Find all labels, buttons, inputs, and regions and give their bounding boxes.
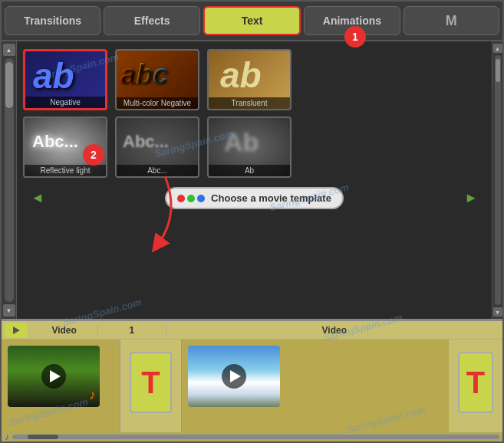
video-track-2 (182, 340, 449, 432)
scroll-right-thumb[interactable] (496, 59, 500, 82)
effect-negative[interactable]: Negative (23, 49, 107, 110)
timeline-header: Video 1 Video (2, 321, 502, 340)
play-overlay-1[interactable] (41, 364, 66, 389)
scroll-right-down-btn[interactable]: ▼ (493, 307, 502, 317)
arrow-left-icon: ◄ (31, 190, 44, 206)
effect-abc2-label: Abc... (117, 165, 198, 176)
effect-multicolor[interactable]: Multi-color Negative (115, 49, 199, 110)
effect-transluent[interactable]: Transluent (207, 49, 292, 110)
scroll-down-btn[interactable]: ▼ (3, 304, 15, 317)
effect-transluent-label: Transluent (209, 97, 290, 109)
effect-multicolor-label: Multi-color Negative (117, 97, 198, 109)
content-area: ▲ ▼ Negative Multi-color Negative Tran (2, 41, 502, 319)
tab-effects[interactable]: Effects (104, 6, 199, 35)
text-track: T (120, 340, 182, 432)
timeline-play-btn[interactable] (5, 323, 28, 338)
timeline-scroll-thumb[interactable] (28, 435, 58, 439)
timeline-scroll-icon: ♪ (5, 432, 9, 442)
effects-grid: Negative Multi-color Negative Transluent… (17, 41, 492, 319)
effect-ab-blur[interactable]: Ab (207, 116, 292, 178)
scroll-track-left (5, 58, 14, 302)
main-container: Transitions Effects Text Animations M 1 … (0, 0, 504, 443)
play-overlay-2[interactable] (222, 364, 246, 389)
effects-row-1: Negative Multi-color Negative Transluent (23, 49, 486, 110)
play-icon-1 (50, 370, 61, 382)
scroll-right-track (495, 55, 501, 305)
effect-abc2[interactable]: Abc... (115, 116, 199, 178)
video1-number: 1 (98, 325, 166, 336)
tab-transitions[interactable]: Transitions (5, 6, 100, 35)
effect-reflective-label: Reflective light (25, 165, 106, 176)
timeline-area: Video 1 Video ♪ T (2, 319, 502, 441)
timeline-scroll-track (12, 435, 499, 439)
template-btn-label: Choose a movie template (211, 192, 331, 204)
tab-text[interactable]: Text (203, 6, 301, 35)
scroll-right: ▲ ▼ (492, 41, 502, 319)
scroll-right-up-btn[interactable]: ▲ (493, 44, 502, 53)
t-icon[interactable]: T (130, 352, 172, 413)
play-icon-2 (230, 370, 241, 382)
template-row: ◄ Choose a movie template ► (23, 184, 486, 212)
video-thumb-1[interactable]: ♪ (8, 346, 100, 407)
tab-more[interactable]: M (404, 6, 499, 35)
timeline-play-icon (13, 327, 20, 334)
video-track-1: ♪ (2, 340, 120, 432)
timeline-scrollbar: ♪ (2, 432, 502, 441)
badge-1: 1 (344, 26, 366, 48)
grid-outer: Negative Multi-color Negative Transluent… (17, 41, 492, 319)
video2-label: Video (301, 325, 368, 336)
dot-red (177, 195, 185, 202)
t-icon-2[interactable]: T (458, 352, 493, 413)
scroll-left: ▲ ▼ (2, 41, 17, 319)
badge-2: 2 (83, 144, 104, 166)
video1-label: Video (31, 325, 98, 336)
dots-icon (177, 195, 205, 202)
text-track-2: T (449, 340, 502, 432)
effect-negative-label: Negative (25, 97, 105, 108)
scroll-thumb-left[interactable] (5, 62, 13, 108)
video-thumb-2[interactable] (188, 346, 280, 407)
scroll-up-btn[interactable]: ▲ (3, 44, 15, 56)
effect-ab-blur-label: Ab (209, 165, 290, 176)
dot-blue (197, 195, 205, 202)
dot-green (187, 195, 195, 202)
tab-bar: Transitions Effects Text Animations M (2, 2, 502, 41)
choose-template-button[interactable]: Choose a movie template (165, 187, 344, 209)
timeline-tracks: ♪ T T (2, 340, 502, 432)
arrow-right-icon: ► (464, 190, 478, 206)
music-note-icon: ♪ (89, 387, 96, 403)
